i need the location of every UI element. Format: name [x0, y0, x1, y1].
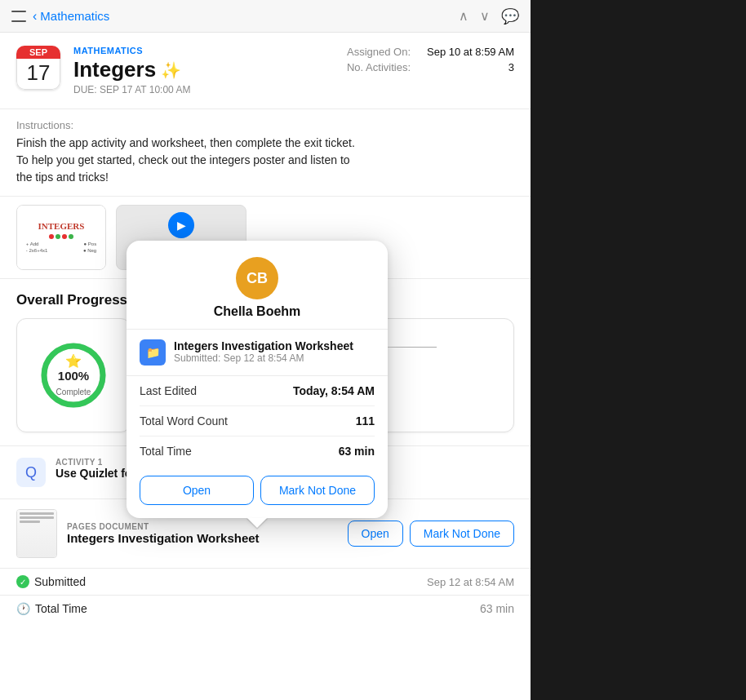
doc-details: PAGES DOCUMENT Integers Investigation Wo…: [67, 522, 338, 545]
clock-icon: 🕐: [16, 602, 30, 615]
submitted-label: ✓ Submitted: [16, 575, 86, 588]
back-button[interactable]: ‹ Mathematics: [33, 9, 109, 24]
top-bar-left: ‹ Mathematics: [11, 9, 109, 24]
calendar-badge: SEP 17: [16, 46, 60, 90]
assignment-header: SEP 17 MATHEMATICS Integers ✨ DUE: SEP 1…: [0, 33, 531, 109]
instructions-text: Finish the app activity and worksheet, t…: [16, 135, 514, 186]
last-edited-value: Today, 8:54 AM: [293, 384, 375, 397]
sparkle-icon: ✨: [161, 60, 181, 80]
top-bar: ‹ Mathematics ∧ ∨ 💬: [0, 0, 531, 33]
popup-open-button[interactable]: Open: [140, 476, 254, 505]
circle-container: ⭐ 100% Complete: [37, 339, 110, 412]
file-info: Integers Investigation Worksheet Submitt…: [174, 339, 353, 364]
total-time-popup-row: Total Time 63 min: [140, 436, 375, 466]
popup-actions: Open Mark Not Done: [127, 466, 388, 518]
assignment-meta: Assigned On: Sep 10 at 8:59 AM No. Activ…: [347, 46, 514, 77]
assigned-on-row: Assigned On: Sep 10 at 8:59 AM: [347, 46, 514, 58]
assignment-title: Integers: [73, 57, 156, 82]
file-submitted: Submitted: Sep 12 at 8:54 AM: [174, 352, 353, 364]
activities-value: 3: [508, 61, 514, 73]
poster-title: INTEGERS: [38, 221, 85, 231]
open-button[interactable]: Open: [348, 521, 403, 547]
complete-label: Complete: [56, 388, 91, 397]
activities-row: No. Activities: 3: [347, 61, 514, 73]
back-label: Mathematics: [40, 9, 109, 23]
student-detail-popup[interactable]: CB Chella Boehm 📁 Integers Investigation…: [127, 241, 388, 518]
assignment-info: MATHEMATICS Integers ✨ DUE: SEP 17 AT 10…: [73, 46, 334, 95]
assigned-label: Assigned On:: [347, 46, 411, 58]
assigned-value: Sep 10 at 8:59 AM: [427, 46, 514, 58]
calendar-month: SEP: [16, 46, 60, 59]
file-icon: 📁: [140, 339, 166, 366]
percent-value: 100%: [58, 369, 89, 383]
last-edited-row: Last Edited Today, 8:54 AM: [140, 376, 375, 406]
comment-button[interactable]: 💬: [501, 7, 519, 25]
instructions-section: Instructions: Finish the app activity an…: [0, 109, 531, 197]
submitted-row: ✓ Submitted Sep 12 at 8:54 AM: [0, 568, 531, 595]
total-time-popup-label: Total Time: [140, 445, 192, 458]
right-panel: [531, 0, 746, 700]
nav-up-button[interactable]: ∧: [459, 8, 468, 24]
popup-mark-not-done-button[interactable]: Mark Not Done: [260, 476, 375, 505]
connector-line: [388, 347, 437, 348]
activities-label: No. Activities:: [347, 61, 411, 73]
progress-circle-card: ⭐ 100% Complete: [16, 318, 131, 432]
submitted-text: Submitted: [34, 575, 86, 588]
back-chevron-icon: ‹: [33, 9, 37, 24]
folder-icon: 📁: [146, 346, 160, 359]
assignment-title-row: Integers ✨: [73, 57, 334, 82]
mark-not-done-button[interactable]: Mark Not Done: [410, 521, 514, 547]
last-edited-label: Last Edited: [140, 384, 197, 397]
student-name: Chella Boehm: [214, 304, 301, 319]
submitted-date: Sep 12 at 8:54 AM: [427, 576, 514, 588]
sidebar-toggle-button[interactable]: [11, 11, 26, 22]
calendar-day: 17: [16, 59, 60, 90]
total-time-label: 🕐 Total Time: [16, 602, 87, 615]
total-time-row: 🕐 Total Time 63 min: [0, 595, 531, 622]
poster-rows: + Add● Pos - 2x6+4x1● Neg: [26, 241, 96, 255]
nav-down-button[interactable]: ∨: [480, 8, 490, 24]
doc-actions: Open Mark Not Done: [348, 521, 514, 547]
avatar: CB: [236, 257, 278, 299]
total-time-value: 63 min: [480, 602, 514, 615]
circle-center: ⭐ 100% Complete: [56, 353, 92, 398]
submitted-dot: ✓: [16, 575, 29, 588]
word-count-value: 111: [356, 414, 375, 428]
word-count-label: Total Word Count: [140, 414, 228, 428]
total-time-text: Total Time: [35, 602, 87, 615]
subject-label: MATHEMATICS: [73, 46, 334, 55]
play-button[interactable]: ▶: [168, 212, 194, 238]
popup-tail: [247, 518, 267, 528]
circle-percent: ⭐: [56, 353, 92, 369]
popup-file-row: 📁 Integers Investigation Worksheet Submi…: [127, 330, 388, 376]
due-date: DUE: SEP 17 AT 10:00 AM: [73, 84, 334, 95]
poster-attachment[interactable]: INTEGERS + Add● Pos - 2x6+4x1● Neg: [16, 205, 106, 270]
popup-stats: Last Edited Today, 8:54 AM Total Word Co…: [127, 376, 388, 466]
doc-name: Integers Investigation Worksheet: [67, 531, 338, 545]
top-bar-right: ∧ ∨ 💬: [459, 7, 519, 25]
doc-type: PAGES DOCUMENT: [67, 522, 338, 531]
total-time-popup-value: 63 min: [339, 445, 375, 458]
word-count-row: Total Word Count 111: [140, 406, 375, 436]
doc-thumbnail: [16, 509, 57, 558]
popup-header: CB Chella Boehm: [127, 241, 388, 330]
file-name: Integers Investigation Worksheet: [174, 339, 353, 352]
activity-icon: Q: [16, 458, 46, 487]
instructions-label: Instructions:: [16, 119, 514, 131]
quizlet-icon: Q: [25, 464, 37, 481]
poster-dots: [49, 234, 73, 239]
